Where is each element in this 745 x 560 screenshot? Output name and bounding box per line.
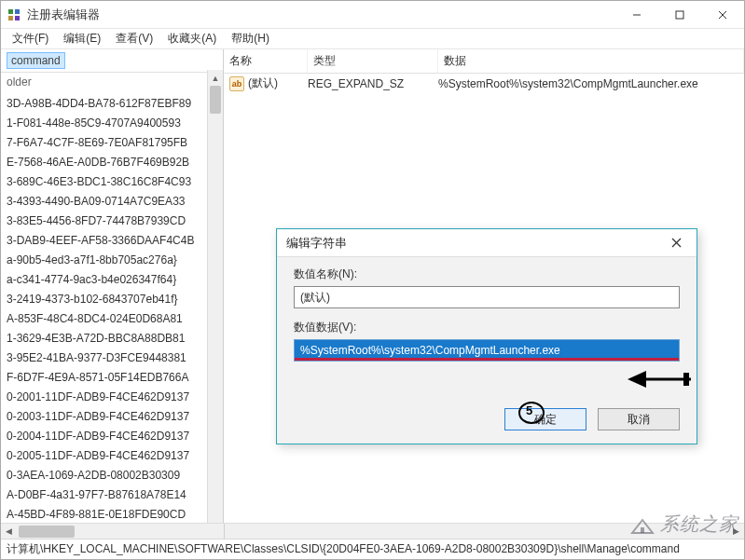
dialog-titlebar[interactable]: 编辑字符串 — [277, 229, 697, 257]
dialog-close-button[interactable] — [655, 229, 697, 257]
tree-folder-label: older — [1, 73, 223, 92]
col-header-data[interactable]: 数据 — [438, 49, 744, 73]
value-data: %SystemRoot%\system32\CompMgmtLauncher.e… — [438, 77, 744, 90]
tree-item[interactable]: 0-2005-11DF-ADB9-F4CE462D9137 — [1, 446, 223, 466]
window-titlebar: 注册表编辑器 — [1, 1, 744, 29]
ok-button[interactable]: 确定 — [504, 408, 586, 430]
tree-header: command — [1, 49, 223, 73]
menu-edit[interactable]: 编辑(E) — [56, 29, 108, 48]
menu-file[interactable]: 文件(F) — [5, 29, 56, 48]
tree-item[interactable]: A-853F-48C4-8DC4-024E0D68A81 — [1, 309, 223, 329]
window-title: 注册表编辑器 — [27, 7, 615, 23]
svg-rect-1 — [15, 9, 20, 14]
col-header-type[interactable]: 类型 — [308, 49, 438, 73]
tree-item[interactable]: 3-95E2-41BA-9377-D3FCE9448381 — [1, 348, 223, 368]
scroll-thumb[interactable] — [210, 86, 221, 114]
tree-item[interactable]: A-D0BF-4a31-97F7-B87618A78E14 — [1, 485, 223, 505]
edit-string-dialog: 编辑字符串 数值名称(N): 数值数据(V): 确定 取消 — [276, 228, 697, 444]
hscroll-thumb-left[interactable] — [19, 526, 75, 538]
tree-item[interactable]: F-6D7F-4E9A-8571-05F14EDB766A — [1, 368, 223, 388]
tree-item[interactable]: E-7568-46AE-A0DB-76B7F469B92B — [1, 153, 223, 172]
string-value-icon: ab — [229, 76, 244, 91]
svg-rect-5 — [676, 11, 683, 19]
hscroll-right-icon[interactable]: ▶ — [728, 524, 744, 540]
menu-view[interactable]: 查看(V) — [108, 29, 160, 48]
close-button[interactable] — [701, 1, 744, 29]
tree-item[interactable]: A-45BD-4F89-881E-0E18FDE90CD — [1, 505, 223, 525]
tree-list[interactable]: 3D-A98B-4DD4-BA78-612F87EBF891-F081-448e… — [1, 92, 223, 539]
tree-selected-node[interactable]: command — [7, 52, 65, 69]
value-data-label: 数值数据(V): — [294, 320, 680, 335]
tree-item[interactable]: 0-2001-11DF-ADB9-F4CE462D9137 — [1, 388, 223, 407]
tree-item[interactable]: 3-2419-4373-b102-6843707eb41f} — [1, 290, 223, 309]
value-row[interactable]: ab (默认) REG_EXPAND_SZ %SystemRoot%\syste… — [224, 74, 744, 93]
tree-item[interactable]: 3D-A98B-4DD4-BA78-612F87EBF89 — [1, 94, 223, 114]
svg-rect-2 — [8, 16, 13, 20]
tree-item[interactable]: 0-3AEA-1069-A2DB-08002B30309 — [1, 466, 223, 485]
tree-item[interactable]: a-90b5-4ed3-a7f1-8bb705ac276a} — [1, 251, 223, 270]
svg-rect-3 — [15, 16, 20, 20]
tree-panel: command older 3D-A98B-4DD4-BA78-612F87EB… — [1, 49, 224, 539]
menu-favorites[interactable]: 收藏夹(A) — [160, 29, 224, 48]
tree-scrollbar[interactable]: ▲ ▼ — [207, 70, 223, 539]
tree-item[interactable]: 0-2004-11DF-ADB9-F4CE462D9137 — [1, 427, 223, 446]
svg-rect-0 — [8, 9, 13, 14]
cancel-button[interactable]: 取消 — [598, 408, 680, 430]
tree-item[interactable]: 1-3629-4E3B-A72D-BBC8A88DB81 — [1, 329, 223, 348]
tree-item[interactable]: 3-689C-46E3-BDC1-38C16C8F4C93 — [1, 172, 223, 192]
column-headers: 名称 类型 数据 — [224, 49, 744, 74]
value-data-input[interactable] — [294, 339, 680, 362]
maximize-button[interactable] — [658, 1, 701, 29]
tree-item[interactable]: 3-83E5-4456-8FD7-74478B7939CD — [1, 212, 223, 231]
minimize-button[interactable] — [615, 1, 658, 29]
value-name-input[interactable] — [294, 286, 680, 308]
scroll-up-icon[interactable]: ▲ — [208, 70, 223, 86]
horizontal-scrollbar[interactable]: ◀ ▶ — [1, 523, 744, 539]
col-header-name[interactable]: 名称 — [224, 49, 308, 73]
tree-item[interactable]: 3-DAB9-4EEF-AF58-3366DAAF4C4B — [1, 231, 223, 251]
tree-item[interactable]: 1-F081-448e-85C9-4707A9400593 — [1, 114, 223, 133]
app-icon — [7, 7, 21, 22]
value-name-label: 数值名称(N): — [294, 266, 680, 282]
menu-help[interactable]: 帮助(H) — [224, 29, 277, 48]
value-name: (默认) — [248, 75, 308, 91]
statusbar-path: 计算机\HKEY_LOCAL_MACHINE\SOFTWARE\Classes\… — [7, 541, 680, 557]
menubar: 文件(F) 编辑(E) 查看(V) 收藏夹(A) 帮助(H) — [1, 29, 744, 49]
tree-item[interactable]: 3-4393-4490-BA09-0714A7C9EA33 — [1, 192, 223, 212]
dialog-title: 编辑字符串 — [286, 235, 655, 252]
tree-item[interactable]: 7-F6A7-4C7F-8E69-7E0AF81795FB — [1, 133, 223, 153]
hscroll-left-icon[interactable]: ◀ — [1, 524, 17, 540]
annotation-step-number: 5 — [526, 403, 532, 417]
value-type: REG_EXPAND_SZ — [308, 77, 438, 90]
tree-item[interactable]: a-c341-4774-9ac3-b4e026347f64} — [1, 270, 223, 290]
statusbar: 计算机\HKEY_LOCAL_MACHINE\SOFTWARE\Classes\… — [1, 539, 744, 559]
tree-item[interactable]: 0-2003-11DF-ADB9-F4CE462D9137 — [1, 407, 223, 427]
